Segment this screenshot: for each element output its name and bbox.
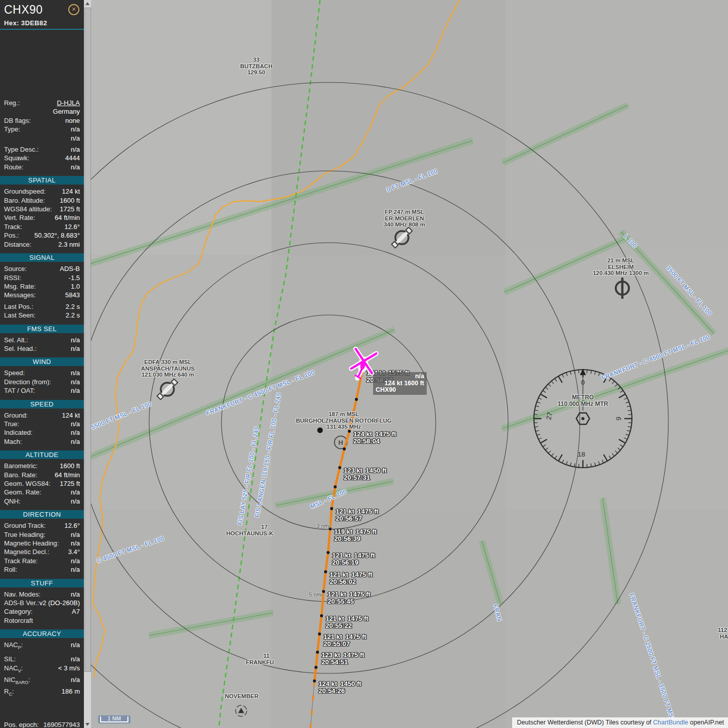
data-row: Msg. Rate:1.0 — [0, 282, 84, 291]
trail-label[interactable]: 124 kt 1475 ft20:58:04 — [353, 431, 396, 444]
trail-label[interactable]: 121 kt 1475 ft20:55:22 — [326, 615, 369, 629]
data-row: Roll:n/a — [0, 565, 84, 574]
field-label: Groundspeed: — [4, 187, 46, 196]
field-label: Squawk: — [4, 154, 29, 162]
data-row: Sel. Alt.:n/a — [0, 336, 84, 344]
trail-speed-alt: 121 kt 1475 ft — [332, 552, 375, 559]
field-label: Type: — [4, 125, 20, 133]
registration-link[interactable]: D-HJLA — [57, 99, 80, 107]
trail-label[interactable]: 123 kt 1475 ft20:54:51 — [322, 652, 365, 665]
trail-label[interactable]: 121 kt 1475 ft20:55:45 — [328, 591, 371, 605]
data-row: QNH:n/a — [0, 497, 84, 506]
field-label: NACV: — [4, 664, 23, 675]
trail-speed-alt: 121 kt 1475 ft — [324, 633, 367, 641]
data-row: Magnetic Heading:n/a — [0, 539, 84, 548]
hex-label: Hex: — [4, 19, 19, 27]
field-value: n/a — [71, 344, 80, 353]
section-header-altitude: ALTITUDE — [0, 450, 84, 459]
field-value: n/a — [71, 539, 80, 548]
trail-speed-alt: 124 kt 1450 ft — [318, 680, 361, 688]
field-label: Roll: — [4, 565, 17, 574]
field-value: n/a — [71, 336, 80, 344]
aircraft-info-panel: CHX90 × Hex: 3DEB82 Reg.:D-HJLAGermanyDB… — [0, 0, 84, 728]
field-label: Distance: — [4, 240, 31, 249]
hex-row: Hex: 3DEB82 — [4, 19, 80, 27]
section-header-stuff: STUFF — [0, 579, 84, 587]
scroll-up-icon[interactable] — [84, 0, 91, 7]
hex-value: 3DEB82 — [21, 19, 48, 27]
trail-label[interactable]: 123 kt 1450 ft20:57:31 — [344, 467, 387, 481]
field-label: Rotorcraft — [4, 616, 33, 625]
field-label: Track: — [4, 222, 22, 231]
trail-time: 20:56:39 — [334, 535, 377, 542]
field-label: Speed: — [4, 369, 25, 377]
section-header-accuracy: ACCURACY — [0, 629, 84, 638]
trail-time: 20:56:02 — [330, 578, 373, 585]
scrollbar-thumb[interactable] — [84, 8, 91, 672]
map[interactable]: H061827 33BUTZBACH129.50FP 247 m MSLER-M… — [91, 0, 728, 728]
pos-epoch-label: Pos. epoch: — [4, 721, 39, 728]
field-label: Indicated: — [4, 428, 32, 437]
trail-speed-alt: 123 kt 1450 ft — [344, 467, 387, 474]
trail-speed-alt: 121 kt 1475 ft — [336, 508, 379, 515]
sections: SPATIALGroundspeed:124 ktBaro. Altitude:… — [0, 176, 84, 698]
field-label: Geom. WGS84: — [4, 479, 51, 488]
data-row: Route:n/a — [0, 163, 84, 171]
field-value: n/a — [71, 125, 80, 133]
trail-label[interactable]: 119 kt 1475 ft20:56:39 — [334, 528, 377, 542]
field-value: n/a — [71, 369, 80, 377]
data-row: Track Rate:n/a — [0, 557, 84, 565]
data-row: NACV:< 3 m/s — [0, 664, 84, 675]
field-label: SIL: — [4, 655, 16, 663]
trail-label[interactable]: 121 kt 1475 ft20:55:07 — [324, 633, 367, 647]
data-row: Magnetic Decl.:3.4° — [0, 548, 84, 556]
field-value: n/a — [71, 565, 80, 574]
field-value: 1600 ft — [60, 462, 80, 470]
data-row: Reg.:D-HJLA — [0, 99, 84, 107]
field-value: n/a — [71, 590, 80, 599]
trail-time: 20:55:45 — [328, 598, 371, 605]
field-value: n/a — [71, 145, 80, 154]
data-row: Type:n/a — [0, 125, 84, 133]
trail-label[interactable]: 124 kt 1450 ft20:54:26 — [318, 680, 361, 694]
pos-epoch-value: 1690577943 — [43, 721, 80, 728]
data-row: RSSI:-1.5 — [0, 274, 84, 282]
field-value: 124 kt — [62, 411, 80, 420]
trail-label[interactable]: 121 kt 1475 ft20:56:02 — [330, 571, 373, 585]
helicopter-icon[interactable] — [344, 345, 382, 384]
data-row: Indicated:n/a — [0, 428, 84, 437]
data-row: ADS-B Ver.:v2 (DO-260B) — [0, 599, 84, 607]
close-icon[interactable]: × — [68, 4, 79, 15]
trail-label[interactable]: 121 kt 1475 ft20:56:57 — [336, 508, 379, 522]
field-value: Germany — [53, 107, 80, 116]
sidebar-scrollbar[interactable] — [84, 0, 91, 728]
field-label: Vert. Rate: — [4, 213, 35, 222]
field-label: Ground: — [4, 411, 28, 420]
data-row: Distance:2.3 nmi — [0, 240, 84, 249]
field-label: RC: — [4, 687, 14, 699]
trail-time: 20:56:19 — [332, 559, 375, 566]
field-value: -1.5 — [69, 274, 80, 282]
trail-label-layer: 124 kt 1575 ft20:58:59124 kt 1475 ft20:5… — [91, 0, 728, 728]
field-label: NICBARO: — [4, 675, 30, 687]
scale-label: 1 NM — [108, 715, 121, 721]
trail-speed-alt: 119 kt 1475 ft — [334, 528, 377, 535]
field-label: ADS-B Ver.: — [4, 599, 39, 607]
scroll-down-icon[interactable] — [84, 721, 91, 728]
chartbundle-link[interactable]: ChartBundle — [653, 719, 689, 726]
field-value: n/a — [71, 163, 80, 171]
field-label: RSSI: — [4, 274, 21, 282]
field-label: Magnetic Heading: — [4, 539, 59, 548]
field-label: Source: — [4, 264, 27, 273]
field-value: 124 kt — [62, 187, 80, 196]
trail-label[interactable]: 121 kt 1475 ft20:56:19 — [332, 552, 375, 566]
trail-speed-alt: 121 kt 1475 ft — [330, 571, 373, 578]
field-value: n/a — [71, 497, 80, 506]
field-label: Msg. Rate: — [4, 282, 36, 291]
data-row: TAT / OAT:n/a — [0, 386, 84, 395]
data-row: Speed:n/a — [0, 369, 84, 377]
data-row: Direction (from):n/a — [0, 378, 84, 386]
field-value: < 3 m/s — [58, 664, 80, 675]
section-header-signal: SIGNAL — [0, 253, 84, 262]
trail-time: 20:55:07 — [324, 641, 367, 648]
